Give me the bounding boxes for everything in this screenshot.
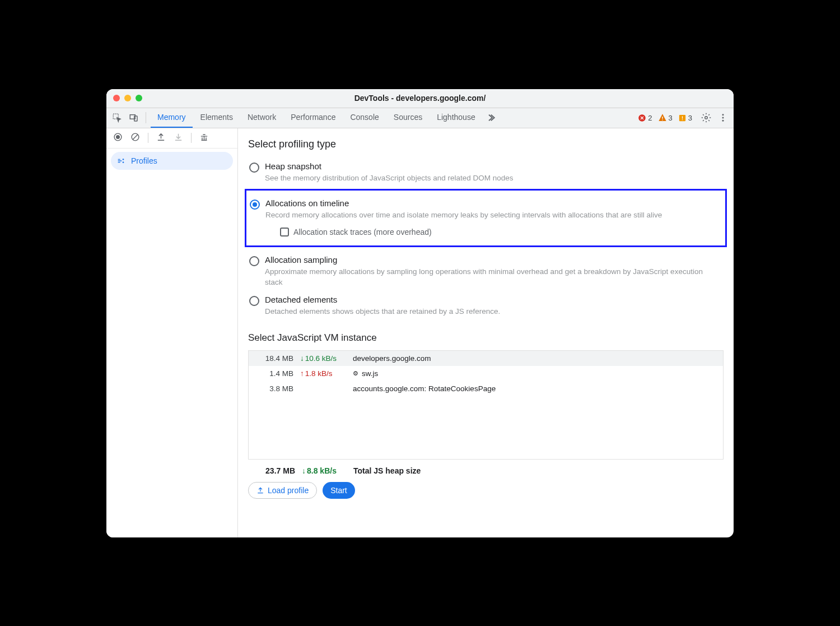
settings-icon[interactable] [699, 110, 713, 125]
svg-point-10 [722, 114, 724, 115]
option-desc: Record memory allocations over time and … [265, 210, 722, 221]
svg-point-11 [722, 117, 724, 119]
clear-icon[interactable] [130, 132, 140, 143]
tab-memory[interactable]: Memory [151, 108, 193, 128]
sidebar-item-label: Profiles [131, 156, 157, 165]
highlighted-option-box: Allocations on timeline Record memory al… [245, 189, 727, 247]
option-title: Allocation sampling [265, 255, 722, 265]
divider [191, 133, 192, 143]
gear-icon: ⚙ [353, 370, 358, 377]
titlebar: DevTools - developers.google.com/ [106, 89, 734, 108]
option-detached-elements[interactable]: Detached elements Detached elements show… [248, 291, 724, 321]
download-icon[interactable] [174, 132, 183, 143]
main-panel: Select profiling type Heap snapshot See … [238, 128, 734, 537]
sidebar-item-profiles[interactable]: Profiles [111, 152, 233, 170]
total-rate: ↓8.8 kB/s [302, 466, 347, 475]
vm-size: 18.4 MB [254, 354, 293, 363]
issues-count[interactable]: 3 [678, 114, 692, 122]
close-window-icon[interactable] [113, 95, 120, 101]
section-heading-profiling-type: Select profiling type [248, 138, 724, 150]
vm-size: 1.4 MB [254, 369, 293, 378]
vm-name: ⚙ sw.js [353, 369, 717, 378]
window-controls [113, 95, 142, 101]
option-title: Detached elements [265, 295, 722, 304]
arrow-up-icon: ↑ [300, 369, 304, 378]
upload-icon[interactable] [156, 132, 166, 143]
window-title: DevTools - developers.google.com/ [106, 94, 734, 103]
devtools-window: DevTools - developers.google.com/ Memory… [106, 89, 734, 537]
total-size: 23.7 MB [250, 466, 295, 475]
vm-rate: ↓10.6 kB/s [300, 354, 346, 363]
tab-sources[interactable]: Sources [387, 108, 429, 128]
sidebar: Profiles [106, 128, 238, 537]
total-label: Total JS heap size [353, 466, 421, 475]
checkbox-icon[interactable] [280, 228, 289, 237]
panel-body: Profiles Select profiling type Heap snap… [106, 128, 734, 537]
errors-count[interactable]: 2 [638, 114, 652, 122]
option-heap-snapshot[interactable]: Heap snapshot See the memory distributio… [248, 158, 724, 187]
option-desc: Approximate memory allocations by sampli… [265, 266, 722, 288]
allocation-stack-traces-checkbox[interactable]: Allocation stack traces (more overhead) [280, 228, 722, 237]
start-button[interactable]: Start [323, 482, 355, 499]
devtools-tabbar: Memory Elements Network Performance Cons… [106, 108, 734, 128]
more-tabs-icon[interactable] [483, 110, 498, 125]
section-heading-vm-instance: Select JavaScript VM instance [248, 332, 724, 344]
minimize-window-icon[interactable] [124, 95, 131, 101]
radio-icon[interactable] [249, 256, 259, 266]
tab-performance[interactable]: Performance [284, 108, 342, 128]
maximize-window-icon[interactable] [136, 95, 142, 101]
svg-rect-4 [662, 117, 662, 119]
vm-name: developers.google.com [353, 354, 717, 363]
sidebar-toolbar [106, 128, 237, 149]
status-indicators: 2 3 3 [638, 113, 692, 122]
gc-icon[interactable] [199, 132, 209, 143]
load-profile-button[interactable]: Load profile [248, 482, 317, 499]
svg-point-14 [116, 136, 120, 139]
arrow-down-icon: ↓ [302, 466, 306, 475]
option-allocation-sampling[interactable]: Allocation sampling Approximate memory a… [248, 252, 724, 291]
tab-network[interactable]: Network [241, 108, 283, 128]
divider [146, 112, 146, 123]
total-row: 23.7 MB ↓8.8 kB/s Total JS heap size [248, 460, 724, 479]
svg-point-9 [705, 117, 708, 119]
devtools-tabs: Memory Elements Network Performance Cons… [151, 108, 498, 128]
vm-row[interactable]: 18.4 MB ↓10.6 kB/s developers.google.com [249, 351, 723, 366]
inspect-element-icon[interactable] [110, 110, 124, 125]
action-buttons: Load profile Start [248, 482, 724, 499]
radio-icon[interactable] [250, 200, 260, 210]
vm-instance-list: 18.4 MB ↓10.6 kB/s developers.google.com… [248, 350, 724, 460]
option-title: Allocations on timeline [265, 198, 722, 208]
option-title: Heap snapshot [265, 161, 722, 171]
vm-size: 3.8 MB [254, 384, 293, 393]
vm-name: accounts.google.com: RotateCookiesPage [353, 384, 717, 393]
divider [148, 133, 148, 143]
vm-row[interactable]: 1.4 MB ↑1.8 kB/s ⚙ sw.js [249, 366, 723, 381]
warnings-count[interactable]: 3 [658, 113, 673, 122]
tab-elements[interactable]: Elements [194, 108, 240, 128]
option-desc: Detached elements shows objects that are… [265, 306, 722, 317]
svg-rect-5 [662, 119, 662, 120]
checkbox-label: Allocation stack traces (more overhead) [293, 228, 432, 237]
radio-icon[interactable] [249, 296, 259, 306]
option-desc: See the memory distribution of JavaScrip… [265, 173, 722, 184]
tab-lighthouse[interactable]: Lighthouse [430, 108, 482, 128]
device-toolbar-icon[interactable] [127, 110, 141, 125]
arrow-down-icon: ↓ [300, 354, 304, 363]
option-allocations-timeline[interactable]: Allocations on timeline Record memory al… [249, 195, 723, 240]
vm-row[interactable]: 3.8 MB accounts.google.com: RotateCookie… [249, 381, 723, 396]
record-icon[interactable] [113, 132, 123, 143]
kebab-menu-icon[interactable] [716, 110, 730, 125]
vm-rate: ↑1.8 kB/s [300, 369, 346, 378]
svg-rect-7 [682, 116, 683, 118]
radio-icon[interactable] [249, 163, 259, 173]
tab-console[interactable]: Console [343, 108, 385, 128]
svg-point-12 [722, 120, 724, 122]
svg-rect-8 [682, 119, 683, 120]
